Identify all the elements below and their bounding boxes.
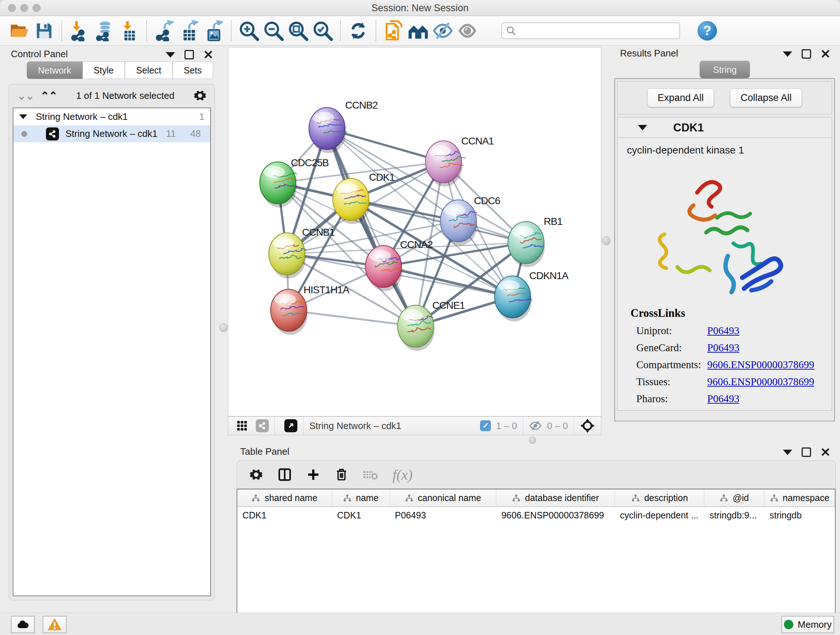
control-panel-float-button[interactable] [185,50,194,59]
node-label-ccnb2: CCNB2 [345,100,378,111]
table-row[interactable]: CDK1CDK1P064939606.ENSP00000378699cyclin… [237,507,835,524]
crosslink-tissues-link[interactable]: 9606.ENSP00000378699 [707,376,814,388]
cell-id[interactable]: stringdb:9... [704,507,764,524]
tab-style[interactable]: Style [82,62,125,79]
gene-card-header[interactable]: CDK1 [617,118,832,138]
add-column-plus-icon[interactable] [306,468,320,481]
column-header-namespace[interactable]: namespace [764,489,835,507]
crosslink-uniprot-link[interactable]: P06493 [707,325,739,337]
zoom-out-button[interactable] [261,19,286,43]
memory-button[interactable]: Memory [782,616,834,633]
gene-collapse-icon[interactable] [638,125,647,130]
cell-canonicalname[interactable]: P06493 [390,507,497,524]
network-node-cdc6[interactable]: CDC6 [440,195,500,245]
open-session-button[interactable] [7,19,32,43]
toolbar-separator [340,21,341,41]
collapse-all-networks-icon[interactable]: ⌄⌄ [17,89,34,102]
collection-expand-icon[interactable] [19,114,27,119]
crosslink-compartments-link[interactable]: 9606.ENSP00000378699 [707,359,814,371]
gear-icon[interactable] [194,89,207,102]
export-image-button[interactable] [201,19,226,43]
hide-unselected-button[interactable] [431,19,455,43]
tab-string[interactable]: String [699,61,750,78]
expand-all-button[interactable]: Expand All [647,88,714,107]
app-window: Session: New Session [0,0,840,635]
crosslink-genecard-link[interactable]: P06493 [707,342,739,354]
network-type-toggle-icon[interactable] [256,419,269,432]
crosslink-label: Pharos: [630,393,707,405]
delete-table-icon[interactable] [363,467,378,482]
export-network-button[interactable] [152,19,177,43]
detach-view-icon[interactable] [284,419,297,432]
refresh-button[interactable] [346,19,370,43]
cell-namespace[interactable]: stringdb [764,507,835,524]
tab-network[interactable]: Network [27,62,82,79]
fit-content-crosshair-icon[interactable] [580,418,595,433]
table-panel-close-button[interactable]: ✕ [821,448,831,457]
left-splitter-handle[interactable] [219,323,228,332]
cell-description[interactable]: cyclin-dependent ... [615,507,705,524]
search-input[interactable] [501,22,680,39]
network-node-ccnb2[interactable]: CCNB2 [309,100,378,153]
tab-sets[interactable]: Sets [172,62,213,79]
network-node-ccne1[interactable]: CCNE1 [398,300,465,351]
results-panel-menu-button[interactable] [783,51,792,57]
import-network-button[interactable] [67,19,92,43]
change-species-button[interactable] [406,19,431,43]
column-header-databaseidentifier[interactable]: database identifier [496,489,615,507]
cloud-status-button[interactable] [11,616,35,633]
help-button[interactable]: ? [698,21,717,41]
zoom-in-button[interactable] [237,19,261,43]
cell-sharedname[interactable]: CDK1 [237,507,332,524]
show-columns-icon[interactable] [278,467,292,482]
control-panel-close-button[interactable]: ✕ [203,50,214,59]
results-panel-close-button[interactable]: ✕ [821,49,831,59]
column-hierarchy-icon [512,494,521,502]
collapse-all-button[interactable]: Collapse All [730,88,802,107]
table-settings-gear-icon[interactable] [249,468,263,481]
column-header-canonicalname[interactable]: canonical name [390,489,497,507]
node-label-ccne1: CCNE1 [432,300,465,311]
zoom-selected-button[interactable] [310,19,335,43]
results-panel-float-button[interactable] [802,49,811,59]
network-node-hist1h1a[interactable]: HIST1H1A [271,284,349,335]
save-session-button[interactable] [32,19,57,43]
right-splitter-handle[interactable] [602,236,611,245]
status-bar: Memory [0,613,840,635]
table-panel-menu-button[interactable] [783,450,792,455]
export-table-button[interactable] [177,19,201,43]
bottom-splitter-handle[interactable] [529,437,536,444]
import-table-button[interactable] [117,19,141,43]
delete-column-trash-icon[interactable] [335,468,348,481]
function-builder-icon[interactable]: f(x) [393,466,413,483]
network-collection-row[interactable]: String Network – cdk1 1 [13,108,210,125]
column-header-sharedname[interactable]: shared name [237,489,332,507]
results-panel-title: Results Panel [620,48,678,59]
column-header-name[interactable]: name [332,489,390,507]
table-panel-float-button[interactable] [802,448,811,457]
selected-nodes-checkbox[interactable]: ✓ [480,420,491,431]
import-database-button[interactable] [92,19,117,43]
network-canvas[interactable]: CCNB2CCNA1CDC25BCDK1CDC6RB1CCNB1CCNA2CDK… [228,47,601,416]
open-string-web-button[interactable] [381,19,406,43]
column-header-id[interactable]: @id [704,489,764,507]
control-panel-menu-button[interactable] [166,52,175,57]
zoom-fit-button[interactable] [286,19,310,43]
save-icon [34,21,54,41]
crosslink-pharos-link[interactable]: P06493 [707,393,739,405]
expand-all-networks-icon[interactable]: ⌃⌃ [40,89,57,102]
tab-select[interactable]: Select [125,62,172,79]
network-row[interactable]: String Network – cdk1 11 48 [13,125,210,142]
warnings-button[interactable] [43,616,66,633]
show-all-button[interactable] [455,19,480,43]
network-node-rb1[interactable]: RB1 [508,216,562,267]
birds-eye-grid-icon[interactable] [236,420,248,432]
hidden-eye-slash-icon[interactable] [529,419,542,432]
network-graph[interactable]: CCNB2CCNA1CDC25BCDK1CDC6RB1CCNB1CCNA2CDK… [228,48,601,416]
node-label-hist1h1a: HIST1H1A [303,284,349,295]
cell-name[interactable]: CDK1 [332,507,390,524]
cell-databaseidentifier[interactable]: 9606.ENSP00000378699 [496,507,615,524]
column-header-description[interactable]: description [615,489,705,507]
network-node-cdkn1a[interactable]: CDKN1A [494,270,569,321]
network-node-cdk1[interactable]: CDK1 [333,172,395,224]
